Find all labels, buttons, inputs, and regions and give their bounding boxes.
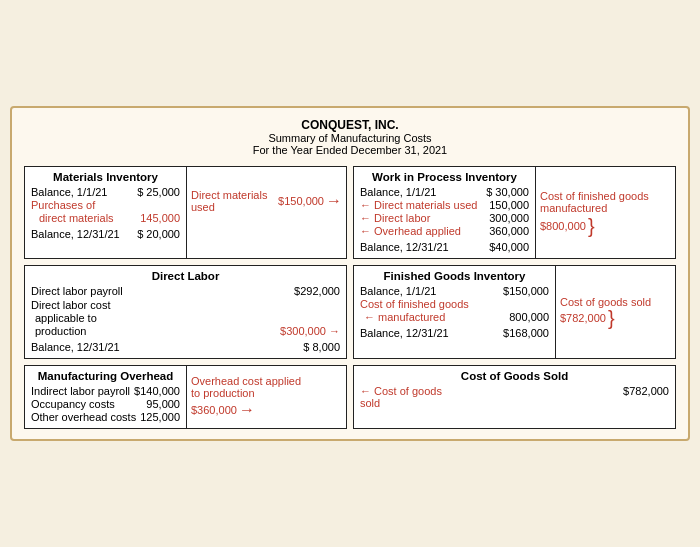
mfg-arrow-icon: → — [239, 401, 255, 419]
cogs-sold-label: ← Cost of goodssold — [360, 385, 442, 409]
dl-payroll-label: Direct labor payroll — [31, 285, 123, 297]
fg-cost-mfg-label: Cost of finished goods — [360, 298, 469, 310]
mfg-arrow-label2: to production — [191, 387, 342, 399]
mfg-overhead-title: Manufacturing Overhead — [31, 370, 180, 382]
fg-balance-open: Balance, 1/1/21 $150,000 — [360, 285, 549, 297]
wip-title: Work in Process Inventory — [360, 171, 529, 183]
wip-dl-value: 300,000 — [489, 212, 529, 224]
fg-cost-mfg-label2: ← manufactured — [360, 311, 445, 323]
materials-row-balance-open: Balance, 1/1/21 $ 25,000 — [31, 186, 180, 198]
wip-balance-close-label: Balance, 12/31/21 — [360, 241, 449, 253]
mfg-arrow-row: Overhead cost applied to production $360… — [191, 375, 342, 419]
dl-cost-prod-value: $300,000 → — [280, 325, 340, 337]
fg-balance-open-label: Balance, 1/1/21 — [360, 285, 436, 297]
fg-arrow-section: Cost of goods sold $782,000 } — [555, 266, 675, 358]
mfg-overhead-container: Manufacturing Overhead Indirect labor pa… — [24, 365, 347, 429]
materials-row-purchases-label: Purchases of — [31, 199, 180, 211]
materials-arrow-row: Direct materials used $150,000 → — [191, 189, 342, 213]
fg-balance-close: Balance, 12/31/21 $168,000 — [360, 327, 549, 339]
dl-cost-row: Direct labor cost — [31, 299, 340, 311]
dl-balance-close-value: $ 8,000 — [303, 341, 340, 353]
materials-inventory-box: Materials Inventory Balance, 1/1/21 $ 25… — [25, 167, 186, 258]
wip-arrow-label-row: Cost of finished goods manufactured $800… — [540, 190, 671, 236]
materials-arrow-label: Direct materials used — [191, 189, 276, 213]
fg-arrow-row: Cost of goods sold $782,000 } — [560, 296, 671, 328]
cogs-container: Cost of Goods Sold ← Cost of goodssold $… — [353, 365, 676, 429]
purchases-label1: Purchases of — [31, 199, 95, 211]
wip-dm-value: 150,000 — [489, 199, 529, 211]
mfg-indirect-label: Indirect labor payroll — [31, 385, 130, 397]
fg-balance-close-value: $168,000 — [503, 327, 549, 339]
fg-brace-icon: } — [608, 308, 615, 328]
finished-goods-container: Finished Goods Inventory Balance, 1/1/21… — [353, 265, 676, 359]
materials-balance-open-label: Balance, 1/1/21 — [31, 186, 107, 198]
mfg-indirect-value: $140,000 — [134, 385, 180, 397]
mfg-arrow-value-row: $360,000 → — [191, 401, 342, 419]
mfg-indirect-row: Indirect labor payroll $140,000 — [31, 385, 180, 397]
direct-labor-container: Direct Labor Direct labor payroll $292,0… — [24, 265, 347, 359]
dl-balance-close: Balance, 12/31/21 $ 8,000 — [31, 341, 340, 353]
wip-container: Work in Process Inventory Balance, 1/1/2… — [353, 166, 676, 259]
materials-title: Materials Inventory — [31, 171, 180, 183]
dl-cost-prod-row: production $300,000 → — [31, 325, 340, 337]
report-header: CONQUEST, INC. Summary of Manufacturing … — [24, 118, 676, 156]
cogs-title: Cost of Goods Sold — [360, 370, 669, 382]
wip-arrow-section: Cost of finished goods manufactured $800… — [535, 167, 675, 258]
mfg-occupancy-value: 95,000 — [146, 398, 180, 410]
mfg-overhead-box: Manufacturing Overhead Indirect labor pa… — [25, 366, 186, 428]
purchases-label2: direct materials — [31, 212, 114, 224]
dl-cost-label: Direct labor cost — [31, 299, 110, 311]
materials-row-balance-close: Balance, 12/31/21 $ 20,000 — [31, 228, 180, 240]
dl-payroll-row: Direct labor payroll $292,000 — [31, 285, 340, 297]
fg-cost-mfg-row: Cost of finished goods — [360, 298, 549, 310]
wip-dm-row: ← Direct materials used 150,000 — [360, 199, 529, 211]
dl-balance-close-label: Balance, 12/31/21 — [31, 341, 120, 353]
mfg-arrow-section: Overhead cost applied to production $360… — [186, 366, 346, 428]
wip-box: Work in Process Inventory Balance, 1/1/2… — [354, 167, 535, 258]
wip-dm-label: ← Direct materials used — [360, 199, 477, 211]
mfg-occupancy-label: Occupancy costs — [31, 398, 115, 410]
company-name: CONQUEST, INC. — [24, 118, 676, 132]
wip-balance-close-value: $40,000 — [489, 241, 529, 253]
cogs-label: Cost of goods sold — [560, 296, 671, 308]
fg-arrow-value-row: $782,000 } — [560, 308, 671, 328]
cogs-sold-value: $782,000 — [623, 385, 669, 409]
wip-arrow-label2: manufactured — [540, 202, 671, 214]
purchases-value: 145,000 — [140, 212, 180, 224]
mfg-occupancy-row: Occupancy costs 95,000 — [31, 398, 180, 410]
fg-arrow-value: $782,000 — [560, 312, 606, 324]
mfg-other-row: Other overhead costs 125,000 — [31, 411, 180, 423]
dl-cost-section: Direct labor cost applicable to producti… — [31, 299, 340, 337]
materials-arrow-value: $150,000 — [278, 195, 324, 207]
finished-goods-title: Finished Goods Inventory — [360, 270, 549, 282]
wip-balance-close: Balance, 12/31/21 $40,000 — [360, 241, 529, 253]
wip-balance-open-label: Balance, 1/1/21 — [360, 186, 436, 198]
wip-dl-row: ← Direct labor 300,000 — [360, 212, 529, 224]
wip-arrow-label: Cost of finished goods — [540, 190, 671, 202]
materials-balance-close-value: $ 20,000 — [137, 228, 180, 240]
arrow-right-icon: → — [326, 192, 342, 210]
outer-container: CONQUEST, INC. Summary of Manufacturing … — [10, 106, 690, 441]
wip-arrow-value-row: $800,000 } — [540, 216, 671, 236]
cogs-row: ← Cost of goodssold $782,000 — [360, 385, 669, 409]
direct-labor-box: Direct Labor Direct labor payroll $292,0… — [25, 266, 346, 358]
direct-labor-title: Direct Labor — [31, 270, 340, 282]
wip-balance-open-value: $ 30,000 — [486, 186, 529, 198]
subtitle1: Summary of Manufacturing Costs — [24, 132, 676, 144]
wip-oh-label: ← Overhead applied — [360, 225, 461, 237]
mfg-other-label: Other overhead costs — [31, 411, 136, 423]
mfg-arrow-value: $360,000 — [191, 404, 237, 416]
mfg-other-value: 125,000 — [140, 411, 180, 423]
wip-dl-label: ← Direct labor — [360, 212, 430, 224]
materials-row-purchases-value: direct materials 145,000 — [31, 212, 180, 224]
wip-oh-value: 360,000 — [489, 225, 529, 237]
fg-cost-mfg-value: 800,000 — [509, 311, 549, 323]
fg-balance-open-value: $150,000 — [503, 285, 549, 297]
fg-balance-close-label: Balance, 12/31/21 — [360, 327, 449, 339]
wip-balance-open: Balance, 1/1/21 $ 30,000 — [360, 186, 529, 198]
wip-arrow-value: $800,000 — [540, 220, 586, 232]
subtitle2: For the Year Ended December 31, 2021 — [24, 144, 676, 156]
dl-payroll-value: $292,000 — [294, 285, 340, 297]
mfg-arrow-label: Overhead cost applied — [191, 375, 342, 387]
dl-cost-applicable-row: applicable to — [31, 312, 340, 324]
